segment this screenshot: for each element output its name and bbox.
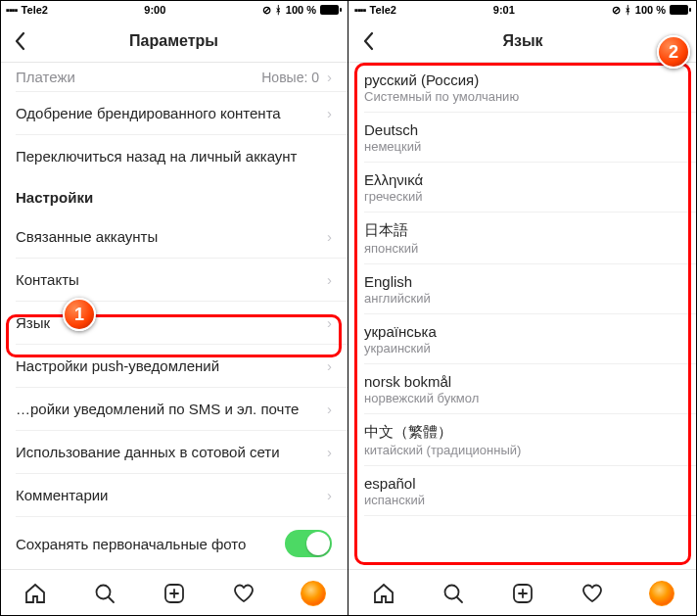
language-secondary: норвежский букмол [364, 391, 681, 405]
language-row[interactable]: Язык › [0, 302, 348, 344]
add-tab[interactable] [501, 572, 544, 615]
branded-label: Одобрение брендированного контента [16, 105, 327, 121]
status-bar: ▪▪▪▪ Tele2 9:01 ⊘ ᚼ 100 % [348, 0, 697, 20]
save-original-row: Сохранять первоначальные фото [0, 517, 348, 569]
linked-accounts-row[interactable]: Связанные аккаунты › [0, 215, 348, 258]
search-tab[interactable] [432, 572, 475, 615]
payments-label: Платежи [16, 69, 75, 85]
switch-back-label: Переключиться назад на личный аккаунт [16, 148, 297, 165]
add-tab[interactable] [153, 572, 196, 615]
home-tab[interactable] [14, 572, 57, 615]
svg-line-10 [457, 597, 462, 602]
chevron-left-icon [362, 31, 374, 51]
activity-tab[interactable] [571, 572, 614, 615]
language-secondary: Системный по умолчанию [364, 89, 681, 104]
language-primary: 日本語 [364, 221, 681, 240]
language-primary: Deutsch [364, 121, 681, 138]
language-secondary: испанский [364, 493, 681, 507]
battery-percent: 100 % [286, 4, 316, 16]
language-option[interactable]: Ελληνικάгреческий [348, 163, 697, 212]
battery-percent: 100 % [635, 4, 666, 16]
push-row[interactable]: Настройки push-уведомлений › [0, 345, 348, 387]
sms-row[interactable]: …ройки уведомлений по SMS и эл. почте › [0, 388, 348, 430]
nav-header: Параметры [0, 20, 348, 63]
carrier-label: Tele2 [22, 4, 48, 16]
page-title: Параметры [129, 32, 218, 50]
annotation-badge-1: 1 [63, 298, 96, 331]
avatar-icon [649, 581, 674, 606]
chevron-right-icon: › [327, 105, 332, 121]
svg-rect-0 [320, 5, 339, 15]
status-bar: ▪▪▪▪ Tele2 9:00 ⊘ ᚼ 100 % [0, 0, 348, 20]
avatar-icon [301, 581, 326, 606]
language-primary: español [364, 475, 681, 492]
search-icon [93, 582, 116, 605]
sms-label: …ройки уведомлений по SMS и эл. почте [16, 401, 299, 417]
nav-header: Язык [348, 20, 697, 63]
language-option[interactable]: españolиспанский [348, 466, 697, 515]
svg-rect-8 [689, 8, 691, 12]
search-tab[interactable] [83, 572, 126, 615]
language-option[interactable]: 中文（繁體）китайский (традиционный) [348, 414, 697, 465]
language-option[interactable]: Deutschнемецкий [348, 113, 697, 162]
search-icon [441, 582, 465, 605]
save-original-toggle[interactable] [285, 530, 332, 557]
battery-icon [670, 5, 691, 15]
branded-content-row[interactable]: Одобрение брендированного контента › [0, 92, 348, 134]
phone-left: ▪▪▪▪ Tele2 9:00 ⊘ ᚼ 100 % Параметры Плат… [0, 0, 348, 616]
language-option[interactable]: norsk bokmålнорвежский букмол [348, 364, 697, 413]
language-option[interactable]: 日本語японский [348, 213, 697, 263]
chevron-right-icon: › [327, 401, 332, 417]
language-primary: English [364, 273, 681, 290]
save-original-label: Сохранять первоначальные фото [16, 536, 246, 552]
chevron-right-icon: › [327, 69, 332, 85]
language-label: Язык [16, 314, 50, 331]
svg-line-3 [109, 597, 114, 602]
profile-tab[interactable] [292, 572, 335, 615]
chevron-right-icon: › [327, 314, 332, 331]
carrier-label: Tele2 [370, 4, 396, 16]
home-icon [372, 582, 395, 605]
language-secondary: немецкий [364, 139, 681, 154]
svg-rect-1 [340, 8, 342, 12]
chevron-right-icon: › [327, 271, 332, 288]
svg-rect-7 [670, 5, 688, 15]
comments-label: Комментарии [16, 487, 108, 503]
chevron-right-icon: › [327, 357, 332, 374]
home-tab[interactable] [362, 572, 405, 615]
contacts-row[interactable]: Контакты › [0, 259, 348, 301]
annotation-badge-2: 2 [657, 35, 690, 69]
chevron-left-icon [14, 31, 25, 51]
language-primary: русский (Россия) [364, 71, 681, 88]
language-secondary: японский [364, 241, 681, 256]
back-button[interactable] [8, 20, 51, 62]
language-primary: Ελληνικά [364, 171, 681, 188]
cellular-label: Использование данных в сотовой сети [16, 444, 280, 460]
tab-bar [0, 569, 348, 616]
badge-2-text: 2 [669, 42, 678, 63]
badge-1-text: 1 [74, 305, 84, 325]
linked-label: Связанные аккаунты [16, 228, 158, 245]
cellular-row[interactable]: Использование данных в сотовой сети › [0, 431, 348, 473]
tab-bar [348, 569, 697, 616]
payments-row[interactable]: Платежи Новые: 0 › [0, 63, 348, 91]
back-button[interactable] [356, 20, 399, 62]
bluetooth-icon: ᚼ [275, 4, 282, 16]
chevron-right-icon: › [327, 228, 332, 245]
battery-icon [320, 5, 342, 15]
heart-icon [581, 582, 604, 605]
language-secondary: украинский [364, 341, 681, 355]
language-option[interactable]: русский (Россия)Системный по умолчанию [348, 63, 697, 112]
comments-row[interactable]: Комментарии › [0, 474, 348, 516]
home-icon [23, 582, 47, 605]
language-primary: 中文（繁體） [364, 423, 681, 442]
language-option[interactable]: Englishанглийский [348, 264, 697, 313]
clock: 9:01 [493, 4, 515, 16]
activity-tab[interactable] [222, 572, 265, 615]
language-option[interactable]: українськаукраинский [348, 314, 697, 363]
profile-tab[interactable] [640, 572, 683, 615]
rotation-lock-icon: ⊘ [262, 4, 271, 17]
language-secondary: английский [364, 291, 681, 306]
payments-meta: Новые: 0 [261, 70, 319, 85]
switch-back-row[interactable]: Переключиться назад на личный аккаунт [0, 135, 348, 177]
